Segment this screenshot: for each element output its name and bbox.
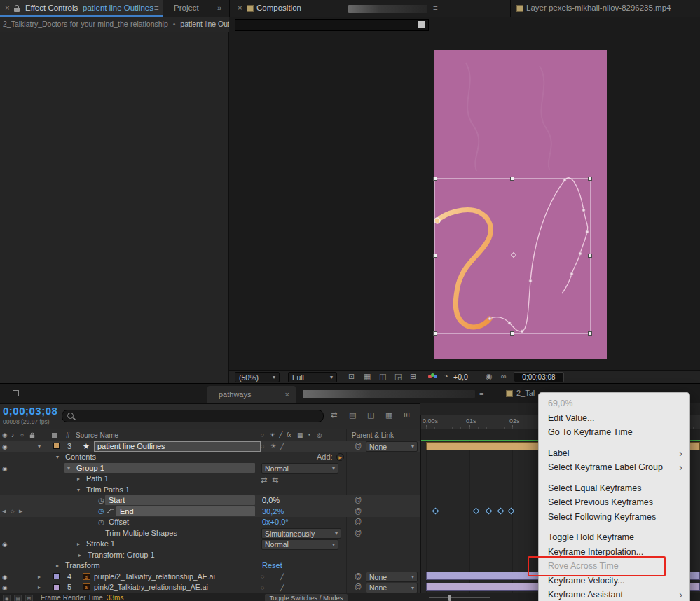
selection-handle[interactable] <box>588 331 592 336</box>
hide-shy-icon[interactable]: ◫ <box>367 410 374 420</box>
menu-item-keyframe-velocity[interactable]: Keyframe Velocity... <box>539 574 689 588</box>
close-icon[interactable]: × <box>285 390 289 399</box>
add-keyframe-icon[interactable]: ◇ <box>11 509 14 514</box>
menu-item-label[interactable]: Label› <box>539 446 689 461</box>
composition-mini-flowchart-icon[interactable]: ⇄ <box>331 410 337 420</box>
tab-overflow-icon[interactable]: » <box>217 4 221 12</box>
motion-blur-icon[interactable]: ⊞ <box>404 410 410 420</box>
shy-switch[interactable]: ◌ <box>261 443 264 450</box>
twirl-open-icon[interactable]: ▾ <box>56 454 59 460</box>
group1-row[interactable]: ◉ ▾ Group 1 Normal▾ <box>0 462 420 474</box>
stereo-3d-icon[interactable]: ∞ <box>501 372 507 380</box>
graph-editor-icon[interactable] <box>107 508 115 514</box>
start-value[interactable]: 0,0% <box>262 496 280 504</box>
parent-dropdown[interactable]: None▾ <box>366 583 418 593</box>
end-value[interactable]: 30,2% <box>262 507 284 516</box>
path1-row[interactable]: ▸ Path 1 ⇄ ⇆ <box>0 474 420 485</box>
timeline-zoom-slider[interactable] <box>429 597 490 598</box>
panel-menu-icon[interactable]: ≡ <box>154 4 159 12</box>
resolution-dropdown[interactable]: Full▾ <box>288 372 337 382</box>
start-label[interactable]: Start <box>109 496 125 504</box>
menu-item-toggle-hold-keyframe[interactable]: Toggle Hold Keyframe <box>539 530 689 545</box>
layer-row-5[interactable]: ◉ ▸ 5 ai pink/2_Talkiatry_relationship_A… <box>0 582 420 593</box>
exposure-value[interactable]: +0,0 <box>453 373 468 381</box>
twirl-closed-icon[interactable]: ▸ <box>78 552 81 558</box>
layer-name-box[interactable]: patient line Outlines <box>94 441 261 452</box>
menu-item-select-following-keyframes[interactable]: Select Following Keyframes <box>539 510 689 525</box>
pick-whip-icon[interactable]: @ <box>355 529 362 537</box>
selection-handle[interactable] <box>588 177 592 181</box>
timeline-search-input[interactable] <box>62 410 324 422</box>
frame-blending-icon[interactable]: ▦ <box>385 410 392 420</box>
pick-whip-icon[interactable]: @ <box>355 496 362 504</box>
breadcrumb-comp-name[interactable]: 2_Talkiatry_Doctors-for-your-mind_the-re… <box>3 20 168 28</box>
region-of-interest-icon[interactable]: ⊡ <box>348 372 355 381</box>
navigator-handle[interactable] <box>418 21 425 28</box>
next-keyframe-icon[interactable]: ▶ <box>19 509 22 514</box>
stopwatch-active-icon[interactable]: ◷ <box>98 507 104 515</box>
menu-item-keyframe-assistant[interactable]: Keyframe Assistant› <box>539 588 689 601</box>
pathways-tab[interactable]: pathways × <box>207 386 296 403</box>
parent-link-header[interactable]: Parent & Link <box>352 431 394 439</box>
transform-row[interactable]: ▸ Transform Reset <box>0 560 420 572</box>
shy-switch[interactable]: ◌ <box>261 573 264 580</box>
path-direction-icon[interactable]: ⇄ <box>261 476 267 485</box>
parent-dropdown[interactable]: None▾ <box>366 441 418 452</box>
trim-multiple-shapes-row[interactable]: Trim Multiple Shapes Simultaneously▾ @ <box>0 527 420 539</box>
path-label[interactable]: Path 1 <box>86 474 109 483</box>
label-color-swatch[interactable] <box>53 584 60 590</box>
viewer-timecode[interactable]: 0;00;03;08 <box>514 372 564 382</box>
label-color-swatch[interactable] <box>53 443 60 449</box>
collapse-switch[interactable]: ☀ <box>270 443 276 450</box>
selection-handle[interactable] <box>433 254 437 258</box>
stroke1-row[interactable]: ◉ ▸ Stroke 1 Normal▾ <box>0 539 420 550</box>
offset-label[interactable]: Offset <box>109 518 129 526</box>
twirl-closed-icon[interactable]: ▸ <box>56 562 59 569</box>
twirl-closed-icon[interactable]: ▸ <box>38 584 41 590</box>
transform-reset-link[interactable]: Reset <box>262 561 282 569</box>
layer-name[interactable]: pink/2_Talkiatry_relationship_AE.ai <box>94 583 208 591</box>
label-color-swatch[interactable] <box>53 573 60 579</box>
menu-item-select-previous-keyframes[interactable]: Select Previous Keyframes <box>539 495 689 510</box>
twirl-closed-icon[interactable]: ▸ <box>77 541 80 547</box>
path-direction-icon[interactable]: ⇆ <box>272 476 278 485</box>
expand-in-point-button[interactable]: ◉ <box>3 595 11 601</box>
twirl-closed-icon[interactable]: ▸ <box>38 574 41 580</box>
visibility-eye-icon[interactable]: ◉ <box>2 465 7 472</box>
expand-transfer-button[interactable]: ⊞ <box>25 595 33 601</box>
grid-icon[interactable]: ⊞ <box>410 372 416 381</box>
current-comp-tab[interactable]: 2_Tal <box>516 389 535 397</box>
twirl-open-icon[interactable]: ▾ <box>77 487 80 493</box>
shy-switch[interactable]: ◌ <box>261 584 264 591</box>
layer-row-3[interactable]: ◉ ▾ 3 ★ patient line Outlines ◌ ☀ ╱ @ No… <box>0 441 420 452</box>
panel-menu-icon[interactable]: ≡ <box>479 389 483 397</box>
snapshot-camera-icon[interactable]: ◉ <box>486 372 493 381</box>
lock-icon[interactable] <box>14 8 20 12</box>
group-label[interactable]: Group 1 <box>76 464 104 472</box>
menu-item-select-keyframe-label-group[interactable]: Select Keyframe Label Group› <box>539 460 689 475</box>
transform-group-label[interactable]: Transform: Group 1 <box>88 551 155 559</box>
transform-group-row[interactable]: ▸ Transform: Group 1 <box>0 549 420 560</box>
start-property-row[interactable]: ◷ Start 0,0% @ <box>0 495 420 506</box>
draft-3d-icon[interactable]: ▤ <box>349 410 356 420</box>
blend-mode-dropdown[interactable]: Normal▾ <box>261 539 338 550</box>
add-property-button[interactable]: ▶ <box>336 453 344 461</box>
trim-paths-row[interactable]: ▾ Trim Paths 1 <box>0 484 420 495</box>
quality-switch[interactable]: ╱ <box>280 573 284 580</box>
end-label[interactable]: End <box>120 507 134 516</box>
previous-keyframe-icon[interactable]: ◀ <box>2 509 6 514</box>
selection-handle[interactable] <box>433 177 437 181</box>
blend-mode-dropdown[interactable]: Normal▾ <box>261 463 338 474</box>
stopwatch-icon[interactable]: ◷ <box>98 497 104 504</box>
expand-render-time-button[interactable]: ▤ <box>14 595 22 601</box>
pick-whip-icon[interactable]: @ <box>355 507 362 515</box>
pick-whip-icon[interactable]: @ <box>355 518 362 525</box>
index-column-header[interactable]: # <box>66 431 70 439</box>
layer-row-4[interactable]: ◉ ▸ 4 ai purple/2_Talkiatry_relationship… <box>0 571 420 582</box>
selection-handle[interactable] <box>588 254 592 258</box>
trim-multiple-dropdown[interactable]: Simultaneously▾ <box>261 528 341 539</box>
selection-handle[interactable] <box>510 331 514 336</box>
quality-switch[interactable]: ╱ <box>280 584 284 591</box>
pick-whip-icon[interactable]: @ <box>355 583 362 590</box>
menu-item-go-to-keyframe-time[interactable]: Go To Keyframe Time <box>539 425 689 440</box>
